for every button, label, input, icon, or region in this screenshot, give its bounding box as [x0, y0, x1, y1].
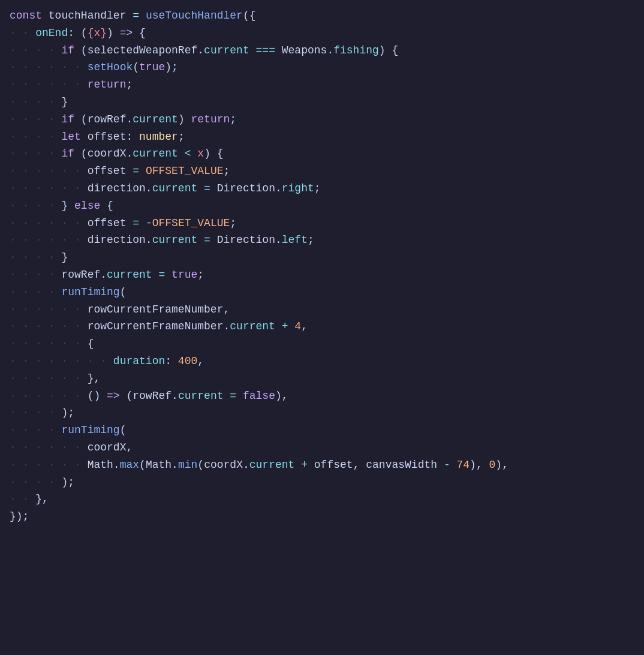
token-fn: useTouchHandler: [146, 7, 243, 25]
indent-guides: · · · · · ·: [10, 456, 88, 474]
token-punc: (: [74, 111, 88, 128]
token-bool-val: true: [139, 59, 165, 76]
token-punc: },: [88, 370, 101, 387]
token-punc: );: [61, 404, 74, 422]
token-var: Math: [88, 456, 113, 474]
token-punc: [236, 387, 243, 405]
token-punc: ;: [308, 232, 314, 249]
token-punc: [450, 456, 457, 474]
indent-guides: · · · ·: [10, 111, 61, 128]
token-prop: current: [204, 42, 249, 59]
token-punc: (: [139, 456, 146, 474]
token-punc: ;: [314, 180, 321, 197]
code-line: · · · · · · coordX,: [0, 439, 644, 456]
indent-guides: · · · ·: [10, 145, 61, 163]
token-param: x: [197, 145, 204, 163]
indent-guides: · ·: [10, 25, 35, 42]
code-line: · · },: [0, 491, 644, 508]
code-line: · · · · runTiming(: [0, 422, 644, 439]
token-punc: ({: [243, 7, 256, 25]
token-punc: ) {: [379, 42, 398, 59]
token-punc: ;: [230, 215, 236, 232]
token-op: ===: [256, 42, 275, 59]
token-punc: }: [61, 197, 74, 215]
token-punc: ;: [224, 163, 230, 180]
token-op: <: [185, 145, 191, 163]
indent-guides: · · · ·: [10, 422, 61, 439]
indent-guides: · · · ·: [10, 197, 61, 215]
token-punc: .: [171, 387, 178, 405]
token-const-val: OFFSET_VALUE: [146, 163, 224, 180]
token-kw: return: [88, 76, 127, 94]
token-punc: [437, 456, 444, 474]
token-eq: =: [133, 163, 139, 180]
code-line: · · · · }: [0, 249, 644, 266]
token-prop: current: [133, 145, 178, 163]
token-method: max: [120, 456, 139, 474]
token-punc: .: [126, 111, 133, 128]
token-type: number: [139, 128, 178, 146]
token-punc: [191, 145, 198, 163]
code-line: · · · · · · offset = -OFFSET_VALUE;: [0, 215, 644, 232]
token-var: selectedWeaponRef: [88, 42, 198, 59]
token-punc: }: [61, 249, 68, 266]
token-arrow: =>: [107, 387, 120, 405]
token-punc: .: [327, 42, 333, 59]
token-eq: =: [158, 266, 165, 284]
token-var: Math: [146, 456, 171, 474]
indent-guides: · · · · · ·: [10, 318, 88, 335]
token-punc: :: [126, 128, 139, 146]
token-obj-key: duration: [113, 353, 165, 370]
token-punc: [294, 456, 301, 474]
token-punc: (: [74, 145, 88, 163]
token-var: [139, 7, 146, 25]
indent-guides: · · · · · ·: [10, 387, 88, 405]
token-punc: [288, 318, 295, 335]
token-punc: [178, 145, 185, 163]
token-punc: [197, 232, 204, 249]
token-punc: .: [171, 456, 178, 474]
token-punc: .: [126, 145, 133, 163]
token-var: Weapons: [282, 42, 327, 59]
token-punc: [165, 266, 171, 284]
indent-guides: · · · ·: [10, 404, 61, 422]
token-prop: fishing: [333, 42, 379, 59]
indent-guides: · · · ·: [10, 42, 61, 59]
token-prop: current: [178, 387, 224, 405]
indent-guides: · · · · · ·: [10, 439, 88, 456]
token-punc: .: [146, 180, 152, 197]
token-punc: ): [178, 111, 191, 128]
token-punc: (: [120, 387, 133, 405]
token-punc: [210, 232, 217, 249]
token-punc: ): [107, 25, 120, 42]
token-kw: const: [10, 7, 42, 25]
indent-guides: · · · ·: [10, 284, 61, 301]
token-prop: left: [282, 232, 308, 249]
indent-guides: · · · · · ·: [10, 163, 88, 180]
indent-guides: · · · · · ·: [10, 335, 88, 353]
token-punc: (: [120, 284, 127, 301]
token-punc: [126, 215, 133, 232]
token-punc: );: [61, 474, 74, 491]
indent-guides: · · · ·: [10, 266, 61, 284]
indent-guides: · ·: [10, 491, 35, 508]
indent-guides: · · · · · ·: [10, 370, 88, 387]
token-prop: current: [107, 266, 152, 284]
indent-guides: · · · ·: [10, 249, 61, 266]
token-prop: current: [249, 456, 295, 474]
token-punc: [126, 163, 133, 180]
indent-guides: · · · · · ·: [10, 76, 88, 94]
token-kw: else: [74, 197, 100, 215]
token-punc: : (: [68, 25, 87, 42]
token-punc: {: [133, 25, 146, 42]
token-punc: [139, 215, 146, 232]
token-var: touchHandler: [42, 7, 133, 25]
token-var: offset: [81, 128, 127, 146]
token-kw: return: [191, 111, 230, 128]
indent-guides: · · · · · ·: [10, 232, 88, 249]
token-punc: ,: [301, 318, 308, 335]
code-line: · · · · );: [0, 474, 644, 491]
code-line: · · · · · · Math.max(Math.min(coordX.cur…: [0, 456, 644, 474]
token-eq: =: [133, 215, 139, 232]
code-line: · · · · );: [0, 404, 644, 422]
